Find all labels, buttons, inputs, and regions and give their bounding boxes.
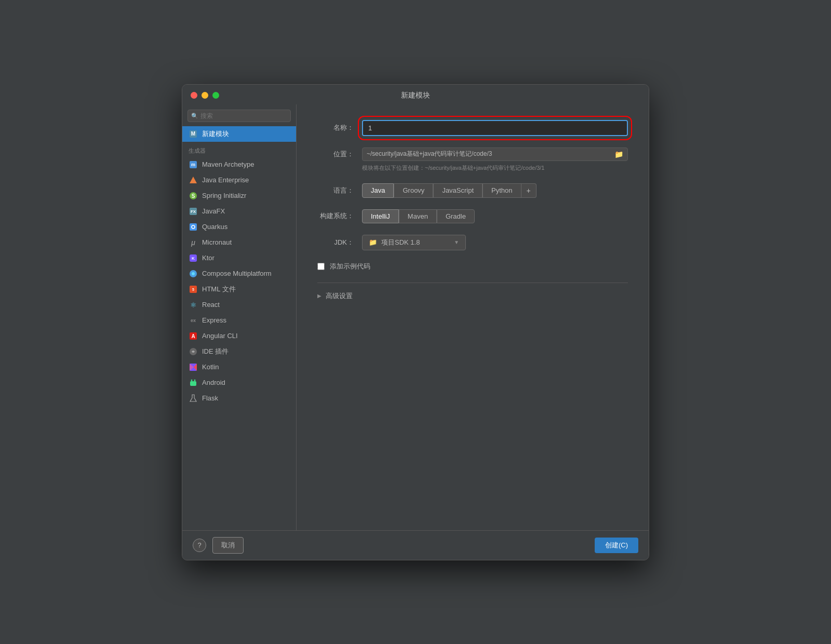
build-row: 构建系统： IntelliJ Maven Gradle bbox=[317, 209, 628, 223]
sidebar-item-maven-archetype[interactable]: m Maven Archetype bbox=[182, 157, 296, 172]
kotlin-icon bbox=[189, 363, 198, 372]
express-icon: ex bbox=[189, 316, 198, 325]
svg-text:K: K bbox=[192, 256, 195, 261]
sidebar-item-label: Spring Initializr bbox=[202, 192, 246, 199]
sidebar-item-ide-plugin[interactable]: IDE 插件 bbox=[182, 344, 296, 359]
svg-text:FX: FX bbox=[191, 209, 196, 214]
sidebar-item-label: Quarkus bbox=[202, 223, 227, 231]
location-row: 位置： 📁 bbox=[317, 147, 628, 161]
search-input[interactable] bbox=[187, 110, 291, 122]
sidebar-item-label: Ktor bbox=[202, 254, 215, 262]
location-input[interactable] bbox=[367, 151, 610, 158]
react-icon: ⚛ bbox=[189, 300, 198, 310]
sidebar-item-java-enterprise[interactable]: Java Enterprise bbox=[182, 172, 296, 188]
search-icon: 🔍 bbox=[191, 112, 198, 119]
build-maven-button[interactable]: Maven bbox=[399, 209, 437, 223]
chevron-down-icon: ▼ bbox=[454, 239, 459, 245]
name-input[interactable] bbox=[363, 121, 627, 135]
minimize-button[interactable] bbox=[202, 92, 208, 99]
location-input-wrapper: 📁 bbox=[362, 147, 628, 161]
sidebar-item-label: Android bbox=[202, 379, 225, 386]
android-icon bbox=[189, 378, 198, 387]
new-module-dialog: 新建模块 🔍 M 新建模块 生成器 bbox=[182, 84, 649, 560]
sidebar-item-label: HTML 文件 bbox=[202, 285, 236, 294]
close-button[interactable] bbox=[191, 92, 197, 99]
add-sample-code-checkbox[interactable] bbox=[317, 263, 325, 270]
bottom-left: ? 取消 bbox=[193, 537, 244, 554]
sidebar-item-label: Maven Archetype bbox=[202, 160, 254, 168]
lang-javascript-button[interactable]: JavaScript bbox=[433, 183, 482, 198]
location-hint: 模块将在以下位置创建：~/security/java基础+java代码审计笔记/… bbox=[362, 164, 628, 172]
compose-icon bbox=[189, 269, 198, 278]
sidebar-item-spring[interactable]: S Spring Initializr bbox=[182, 188, 296, 204]
ktor-icon: K bbox=[189, 253, 198, 263]
quarkus-icon bbox=[189, 222, 198, 232]
location-label: 位置： bbox=[317, 150, 354, 159]
sidebar-item-android[interactable]: Android bbox=[182, 375, 296, 391]
sidebar-item-label: Flask bbox=[202, 394, 218, 402]
sidebar-item-label: IDE 插件 bbox=[202, 347, 229, 356]
sidebar-item-angular[interactable]: A Angular CLI bbox=[182, 328, 296, 344]
checkbox-label: 添加示例代码 bbox=[330, 262, 370, 271]
lang-java-button[interactable]: Java bbox=[362, 183, 394, 198]
sidebar-item-kotlin[interactable]: Kotlin bbox=[182, 359, 296, 375]
build-intellij-button[interactable]: IntelliJ bbox=[362, 209, 399, 223]
checkbox-row: 添加示例代码 bbox=[317, 262, 628, 271]
cancel-button[interactable]: 取消 bbox=[212, 537, 244, 554]
sidebar-item-ktor[interactable]: K Ktor bbox=[182, 250, 296, 266]
sidebar-item-label: Compose Multiplatform bbox=[202, 270, 272, 277]
svg-rect-9 bbox=[190, 223, 197, 231]
sidebar-item-label: Angular CLI bbox=[202, 332, 238, 340]
html-icon: 5 bbox=[189, 285, 198, 294]
micronaut-icon: μ bbox=[189, 238, 198, 247]
search-box: 🔍 bbox=[182, 106, 296, 126]
build-toggle-group: IntelliJ Maven Gradle bbox=[362, 209, 475, 223]
sidebar-section-generators: 生成器 bbox=[182, 142, 296, 157]
create-button[interactable]: 创建(C) bbox=[595, 538, 638, 553]
sidebar-item-label: 新建模块 bbox=[202, 129, 229, 139]
jdk-select[interactable]: 📁 项目SDK 1.8 ▼ bbox=[362, 235, 466, 250]
bottom-bar: ? 取消 创建(C) bbox=[182, 530, 649, 560]
build-label: 构建系统： bbox=[317, 211, 354, 221]
sidebar-item-express[interactable]: ex Express bbox=[182, 313, 296, 328]
new-module-icon: M bbox=[189, 129, 198, 139]
sidebar-item-micronaut[interactable]: μ Micronaut bbox=[182, 235, 296, 250]
dialog-title: 新建模块 bbox=[401, 91, 430, 100]
svg-rect-23 bbox=[190, 381, 196, 386]
language-toggle-group: Java Groovy JavaScript Python + bbox=[362, 183, 537, 198]
svg-text:m: m bbox=[191, 162, 195, 167]
add-language-button[interactable]: + bbox=[521, 183, 537, 198]
jdk-row: JDK： 📁 项目SDK 1.8 ▼ bbox=[317, 235, 628, 250]
maximize-button[interactable] bbox=[212, 92, 219, 99]
javafx-icon: FX bbox=[189, 207, 198, 216]
chevron-right-icon: ▶ bbox=[317, 293, 321, 299]
dialog-body: 🔍 M 新建模块 生成器 bbox=[182, 104, 649, 530]
sidebar-item-react[interactable]: ⚛ React bbox=[182, 297, 296, 313]
ide-plugin-icon bbox=[189, 347, 198, 356]
folder-icon[interactable]: 📁 bbox=[614, 150, 623, 158]
sidebar-item-new-module[interactable]: M 新建模块 bbox=[182, 126, 296, 142]
sidebar-item-label: Micronaut bbox=[202, 238, 232, 246]
sidebar-item-html[interactable]: 5 HTML 文件 bbox=[182, 281, 296, 297]
sidebar-item-quarkus[interactable]: Quarkus bbox=[182, 219, 296, 235]
sidebar-item-compose[interactable]: Compose Multiplatform bbox=[182, 266, 296, 281]
lang-python-button[interactable]: Python bbox=[482, 183, 521, 198]
maven-icon: m bbox=[189, 160, 198, 169]
titlebar: 新建模块 bbox=[182, 85, 649, 104]
jdk-label: JDK： bbox=[317, 238, 354, 247]
name-label: 名称： bbox=[317, 123, 354, 132]
jdk-select-label: 📁 项目SDK 1.8 bbox=[369, 238, 420, 247]
svg-text:A: A bbox=[191, 333, 195, 339]
flask-icon bbox=[189, 394, 198, 403]
sidebar-item-javafx[interactable]: FX JavaFX bbox=[182, 204, 296, 219]
java-enterprise-icon bbox=[189, 176, 198, 185]
sidebar-item-label: JavaFX bbox=[202, 207, 225, 215]
help-button[interactable]: ? bbox=[193, 539, 206, 552]
language-row: 语言： Java Groovy JavaScript Python + bbox=[317, 183, 628, 198]
advanced-settings-row[interactable]: ▶ 高级设置 bbox=[317, 283, 628, 301]
build-gradle-button[interactable]: Gradle bbox=[437, 209, 475, 223]
sidebar-item-flask[interactable]: Flask bbox=[182, 391, 296, 406]
lang-groovy-button[interactable]: Groovy bbox=[394, 183, 433, 198]
sidebar-item-label: Kotlin bbox=[202, 363, 219, 371]
spring-icon: S bbox=[189, 191, 198, 200]
